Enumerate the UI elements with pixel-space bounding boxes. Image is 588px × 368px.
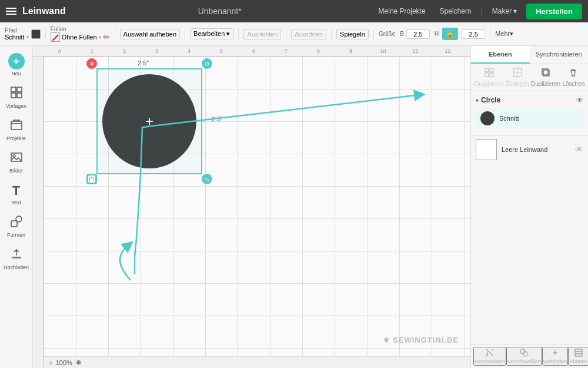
svg-rect-2 bbox=[11, 93, 16, 98]
pfad-label-text: Pfad bbox=[5, 27, 29, 34]
layer-schnitt-name: Schnitt bbox=[499, 115, 519, 122]
panel-toolbar: Gruppieren Zerlegen Duplizieren Löschen bbox=[471, 64, 588, 91]
bearbeiten-button[interactable]: Bearbeiten ▾ bbox=[190, 28, 233, 39]
schnitt-select[interactable]: Schnitt ▾ bbox=[5, 34, 29, 41]
app-title: Leinwand bbox=[22, 6, 66, 16]
formen-icon bbox=[10, 215, 23, 231]
handle-bottom-left[interactable] bbox=[86, 174, 97, 184]
main-layout: + Neu Vorlagen Projekte Bilder T Text bbox=[0, 46, 588, 368]
handle-top-left[interactable]: ✕ bbox=[86, 58, 97, 69]
zoom-plus-button[interactable]: ⊕ bbox=[76, 359, 81, 366]
sidebar-item-formen[interactable]: Formen bbox=[2, 211, 31, 241]
sidebar-item-bilder[interactable]: Bilder bbox=[2, 147, 31, 177]
spiegeln-button[interactable]: Spiegeln bbox=[336, 29, 369, 39]
layer-preview: Leere Leinwand 👁 bbox=[476, 139, 583, 160]
mehr-button[interactable]: Mehr▾ bbox=[495, 30, 513, 38]
layer-eye-icon[interactable]: 👁 bbox=[576, 96, 583, 104]
verbinden-button[interactable]: Verbinden bbox=[542, 347, 569, 366]
sidebar-item-vorlagen[interactable]: Vorlagen bbox=[2, 82, 31, 112]
pfad-label: Pfad Schnitt ▾ bbox=[5, 27, 29, 41]
verschweissen-button[interactable]: Verschweißen bbox=[506, 347, 542, 366]
svg-rect-24 bbox=[575, 354, 582, 356]
groesse-label: Größe bbox=[379, 31, 395, 37]
beschneiden-button[interactable]: Beschneiden bbox=[473, 347, 506, 366]
svg-rect-13 bbox=[485, 73, 489, 77]
canvas-scroll[interactable]: 2.5" 2.5" ✕ ↺ ⤡ + bbox=[44, 57, 470, 356]
loeschen-label: Löschen bbox=[562, 81, 584, 87]
duplizieren-button[interactable]: Duplizieren bbox=[531, 68, 560, 87]
toolbar: Pfad Schnitt ▾ Füllen Ohne Füllen ▾ ✏ Au… bbox=[0, 22, 588, 46]
tab-synchronisieren[interactable]: Synchronisieren bbox=[530, 46, 589, 64]
save-button[interactable]: Speichern bbox=[435, 5, 476, 18]
sidebar-item-text[interactable]: T Text bbox=[2, 180, 31, 209]
herstellen-button[interactable]: Herstellen bbox=[526, 4, 582, 19]
schnitt-label: Schnitt bbox=[5, 34, 25, 41]
layer-group-title: Circle bbox=[481, 96, 574, 104]
svg-rect-14 bbox=[490, 73, 493, 77]
svg-rect-0 bbox=[11, 87, 16, 92]
top-nav: Leinwand Unbenannt* Meine Projekte Speic… bbox=[0, 0, 588, 22]
fleur-de-lis-icon: ⚜ bbox=[383, 336, 390, 344]
spiegeln-group: Spiegeln bbox=[336, 29, 374, 39]
height-input[interactable] bbox=[462, 29, 485, 39]
ausrichten-button[interactable]: Ausrichten bbox=[243, 29, 281, 39]
svg-rect-10 bbox=[90, 178, 93, 181]
sidebar-item-projekte[interactable]: Projekte bbox=[2, 115, 31, 145]
my-projects-button[interactable]: Meine Projekte bbox=[374, 5, 430, 18]
tab-ebenen[interactable]: Ebenen bbox=[471, 46, 530, 64]
layer-schnitt-swatch bbox=[480, 111, 495, 125]
hamburger-menu[interactable] bbox=[6, 8, 16, 15]
color-swatch[interactable] bbox=[31, 29, 41, 39]
canvas[interactable]: 2.5" 2.5" ✕ ↺ ⤡ + bbox=[44, 57, 470, 356]
layer-preview-label: Leere Leinwand bbox=[502, 146, 547, 153]
pfad-group: Pfad Schnitt ▾ bbox=[5, 27, 46, 41]
vorlagen-icon bbox=[10, 86, 23, 102]
formen-label: Formen bbox=[7, 232, 25, 238]
layer-group-arrow-icon: ▾ bbox=[476, 97, 479, 104]
watermark: ⚜ SEWINGTINI.DE bbox=[383, 336, 459, 344]
width-input[interactable] bbox=[406, 29, 430, 39]
svg-rect-1 bbox=[17, 87, 22, 92]
handle-top-right[interactable]: ↺ bbox=[202, 58, 212, 69]
maker-button[interactable]: Maker ▾ bbox=[487, 5, 522, 18]
sidebar-item-neu[interactable]: + Neu bbox=[2, 49, 31, 80]
auswahl-aufheben-button[interactable]: Auswahl aufheben bbox=[120, 29, 181, 39]
zoom-level: 100% bbox=[56, 359, 72, 366]
text-icon: T bbox=[12, 183, 20, 198]
ohne-fuellen-select[interactable]: Ohne Füllen ▾ ✏ bbox=[51, 32, 110, 42]
anordnen-button[interactable]: Anordnen bbox=[291, 29, 326, 39]
zerlegen-icon bbox=[513, 68, 522, 79]
canvas-area: 0123456789101112 2.5" 2.5" ✕ ↺ bbox=[33, 46, 470, 368]
ruler-top: 0123456789101112 bbox=[33, 46, 470, 57]
maker-label: Maker bbox=[492, 7, 512, 15]
ohne-fuellen-label: Ohne Füllen bbox=[62, 34, 97, 41]
loeschen-button[interactable]: Löschen bbox=[562, 68, 584, 87]
zerlegen-button[interactable]: Zerlegen bbox=[506, 68, 529, 87]
projekte-label: Projekte bbox=[6, 135, 26, 141]
bearbeiten-label: Bearbeiten bbox=[193, 30, 225, 37]
layer-group-header[interactable]: ▾ Circle 👁 bbox=[476, 94, 583, 107]
layer-item-schnitt[interactable]: Schnitt bbox=[476, 109, 583, 128]
dimension-width-label: 2.5" bbox=[138, 59, 149, 67]
shape-container[interactable]: 2.5" 2.5" ✕ ↺ ⤡ + bbox=[102, 74, 196, 168]
groesse-group: Größe B H 🔒 bbox=[379, 28, 490, 40]
svg-point-8 bbox=[16, 216, 22, 222]
ebenen-bottom-button[interactable]: Ebenen bbox=[568, 347, 588, 366]
ohne-fuellen-arrow-icon: ▾ bbox=[99, 35, 101, 40]
hochladen-icon bbox=[10, 247, 23, 263]
handle-bottom-right[interactable]: ⤡ bbox=[202, 174, 212, 184]
sidebar-item-hochladen[interactable]: Hochladen bbox=[2, 244, 31, 274]
layer-preview-section: Leere Leinwand 👁 bbox=[471, 135, 588, 164]
vorlagen-label: Vorlagen bbox=[6, 103, 27, 109]
watermark-text: SEWINGTINI.DE bbox=[393, 336, 459, 344]
auswahl-label: Auswahl aufheben bbox=[123, 31, 177, 38]
zoom-minus-button[interactable]: ○ bbox=[48, 359, 52, 366]
left-sidebar: + Neu Vorlagen Projekte Bilder T Text bbox=[0, 46, 33, 368]
eye-preview-icon[interactable]: 👁 bbox=[575, 145, 583, 154]
bearbeiten-chevron-icon: ▾ bbox=[226, 30, 230, 37]
gruppieren-button[interactable]: Gruppieren bbox=[475, 68, 504, 87]
verschweissen-label: Verschweißen bbox=[507, 359, 541, 364]
panel-bottom-buttons: Beschneiden Verschweißen Verbinden Ebene… bbox=[471, 344, 588, 368]
right-panel: Ebenen Synchronisieren Gruppieren Zerleg… bbox=[470, 46, 588, 368]
lock-aspect-button[interactable]: 🔒 bbox=[442, 28, 458, 40]
